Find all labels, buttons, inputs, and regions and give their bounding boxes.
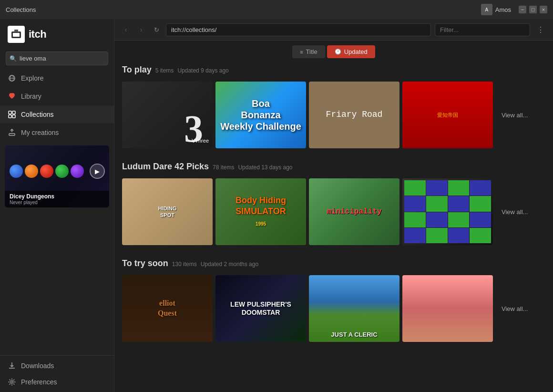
sidebar-item-downloads[interactable]: Downloads	[0, 358, 114, 374]
collection-to-try-soon-name: To try soon	[122, 258, 168, 268]
user-info[interactable]: A Amos	[481, 4, 511, 15]
logo-text: itch	[29, 28, 46, 41]
collection-to-try-soon-header: To try soon 130 items Updated 2 months a…	[122, 257, 545, 270]
game-thumb-mini-inner: minicipality	[309, 178, 399, 245]
view-all-to-try-soon[interactable]: View all...	[498, 303, 532, 314]
game-thumb-elliot[interactable]: elliotQuest	[122, 275, 213, 342]
collections-icon	[8, 110, 16, 119]
updated-sort-label: Updated	[344, 48, 368, 55]
user-name: Amos	[495, 6, 511, 13]
sidebar-item-my-creations[interactable]: My creations	[0, 124, 114, 142]
collections-label: Collections	[21, 111, 53, 118]
gear-icon	[8, 378, 16, 386]
sort-tab-title[interactable]: ≡ Title	[292, 45, 325, 58]
featured-game-card[interactable]: ▶ Dicey Dungeons Never played	[5, 145, 109, 207]
svg-rect-8	[9, 115, 11, 118]
boa-text: BoaBonanzaWeekly Challenge	[220, 98, 301, 132]
collection-to-try-soon: To try soon 130 items Updated 2 months a…	[122, 257, 545, 342]
title-sort-icon: ≡	[300, 49, 303, 55]
app-body: itch 🔍 Explore Library	[0, 19, 553, 392]
search-input[interactable]	[6, 52, 108, 65]
game-thumb-hiding[interactable]: HIDINGSPOT	[122, 178, 213, 245]
aichi-text: 愛知帝国	[435, 110, 460, 121]
collection-to-try-soon-games: elliotQuest LEW PULSIPHER'SDOOMSTAR JUST…	[122, 275, 545, 342]
view-all-to-play[interactable]: View all...	[498, 110, 532, 121]
close-button[interactable]: ×	[540, 6, 547, 13]
sidebar-item-library[interactable]: Library	[0, 87, 114, 105]
upload-icon	[8, 128, 16, 137]
svg-rect-10	[9, 134, 15, 135]
game-thumb-boa-inner: BoaBonanzaWeekly Challenge	[215, 82, 306, 148]
download-icon	[8, 361, 16, 370]
url-bar[interactable]	[166, 23, 431, 36]
body-text: Body HidingSIMULATOR1995	[236, 195, 286, 228]
heart-icon	[8, 92, 16, 101]
game-thumb-body-inner: Body HidingSIMULATOR1995	[215, 178, 306, 245]
game-thumb-body[interactable]: Body HidingSIMULATOR1995	[215, 178, 306, 245]
logo-area: itch	[0, 19, 114, 50]
sort-tab-updated[interactable]: 🕐 Updated	[327, 45, 375, 58]
game-thumb-doomstar-inner: LEW PULSIPHER'SDOOMSTAR	[215, 275, 306, 342]
collection-to-play: To play 5 items Updated 9 days ago BoaBo…	[122, 63, 545, 148]
game-thumb-vthree-inner	[122, 82, 213, 148]
back-button[interactable]: ‹	[120, 24, 132, 35]
featured-game-info: Dicey Dungeons Never played	[5, 191, 109, 207]
featured-game-subtitle: Never played	[10, 200, 104, 205]
collection-ludum-dare-count: 78 items	[213, 164, 234, 171]
titlebar-right: A Amos − □ ×	[481, 4, 547, 15]
featured-game-title: Dicey Dungeons	[10, 193, 104, 200]
globe-icon	[8, 74, 16, 83]
collection-to-try-soon-count: 130 items	[172, 261, 197, 268]
character-green	[55, 165, 69, 178]
game-thumb-doomstar[interactable]: LEW PULSIPHER'SDOOMSTAR	[215, 275, 306, 342]
library-label: Library	[21, 93, 41, 100]
elliot-text: elliotQuest	[158, 299, 177, 319]
sidebar-item-collections[interactable]: Collections	[0, 105, 114, 124]
svg-rect-9	[12, 115, 15, 118]
game-thumb-pink[interactable]	[402, 275, 493, 342]
titlebar: Collections A Amos − □ ×	[0, 0, 553, 19]
game-thumb-mini[interactable]: minicipality	[309, 178, 399, 245]
game-thumb-elliot-inner: elliotQuest	[122, 275, 213, 342]
forward-button[interactable]: ›	[135, 24, 147, 35]
downloads-label: Downloads	[21, 362, 54, 370]
sidebar-item-explore[interactable]: Explore	[0, 69, 114, 87]
character-blue	[10, 165, 23, 178]
collection-to-play-name: To play	[122, 65, 152, 75]
game-thumb-pink-inner	[402, 275, 493, 342]
view-all-ludum-dare[interactable]: View all...	[498, 206, 532, 217]
title-sort-label: Title	[306, 48, 317, 55]
hiding-text: HIDINGSPOT	[158, 205, 177, 219]
nav-bar: ‹ › ↻ ⋮	[114, 19, 553, 41]
svg-rect-1	[13, 33, 20, 37]
game-thumb-vthree[interactable]	[122, 82, 213, 148]
collection-ludum-dare: Ludum Dare 42 Picks 78 items Updated 13 …	[122, 160, 545, 245]
more-options-button[interactable]: ⋮	[534, 23, 547, 36]
svg-rect-7	[12, 111, 15, 114]
collection-ludum-dare-name: Ludum Dare 42 Picks	[122, 162, 209, 172]
explore-label: Explore	[21, 74, 43, 82]
filter-input[interactable]	[435, 23, 530, 36]
collection-to-play-games: BoaBonanzaWeekly Challenge Friary Road 愛…	[122, 82, 545, 148]
game-thumb-aichi-inner: 愛知帝国	[402, 82, 493, 148]
logo-icon	[8, 26, 25, 43]
svg-rect-6	[9, 111, 11, 114]
game-thumb-friary-inner: Friary Road	[309, 82, 399, 148]
game-thumb-aichi[interactable]: 愛知帝国	[402, 82, 493, 148]
maximize-button[interactable]: □	[529, 6, 537, 13]
svg-rect-2	[14, 30, 18, 32]
collections-area: To play 5 items Updated 9 days ago BoaBo…	[114, 63, 553, 392]
minimize-button[interactable]: −	[519, 6, 526, 13]
sort-tabs: ≡ Title 🕐 Updated	[114, 41, 553, 63]
sidebar-item-preferences[interactable]: Preferences	[0, 374, 114, 390]
mini-text: minicipality	[327, 207, 381, 216]
game-thumb-pixel[interactable]	[402, 178, 493, 245]
game-thumb-cleric[interactable]: JUST A CLERIC	[309, 275, 399, 342]
collection-to-play-count: 5 items	[155, 67, 174, 74]
sidebar: itch 🔍 Explore Library	[0, 19, 114, 392]
cleric-text: JUST A CLERIC	[309, 331, 399, 338]
game-thumb-friary[interactable]: Friary Road	[309, 82, 399, 148]
refresh-button[interactable]: ↻	[151, 24, 162, 35]
game-thumb-boa[interactable]: BoaBonanzaWeekly Challenge	[215, 82, 306, 148]
updated-sort-icon: 🕐	[335, 49, 341, 55]
